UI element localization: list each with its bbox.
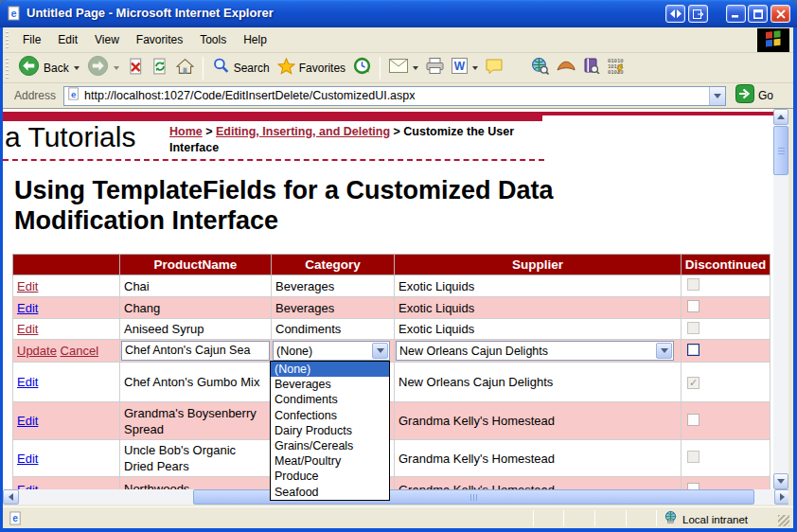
home-icon [176,58,194,79]
forward-history-caret-icon [114,66,119,70]
local-intranet-icon [664,510,678,528]
dropdown-option[interactable]: Dairy Products [271,423,389,438]
print-button[interactable] [422,56,448,80]
reference-book-button[interactable] [579,56,604,80]
breadcrumb-section-link[interactable]: Editing, Inserting, and Deleting [216,125,390,138]
encoding-button[interactable]: 010101010101010 [604,56,629,80]
header-rule-thick [3,112,542,121]
product-cell: Chang [120,297,272,319]
resize-grip[interactable] [778,515,789,526]
update-link[interactable]: Update [17,344,57,358]
print-icon [426,58,444,78]
category-select-value: (None) [274,345,371,358]
category-dropdown-list: (None) Beverages Condiments Confections … [270,361,390,501]
dropdown-option[interactable]: Produce [271,469,389,484]
supplier-select[interactable]: New Orleans Cajun Delights [396,341,674,361]
dropdown-option-selected[interactable]: (None) [271,362,389,377]
menu-favorites[interactable]: Favorites [128,27,191,53]
edit-link[interactable]: Edit [17,375,38,389]
history-icon [353,57,371,79]
edit-link[interactable]: Edit [17,279,38,293]
dropdown-option[interactable]: Beverages [271,377,389,392]
svg-text:e: e [71,89,77,99]
menu-help[interactable]: Help [235,27,275,53]
search-button[interactable]: Search [208,55,274,80]
grid-edit-row: Update Cancel Chef Anton's Cajun Sea (No… [13,340,770,363]
column-header-actions [13,255,120,275]
discontinued-checkbox-checked: ✓ [687,377,700,389]
go-label: Go [758,89,773,102]
vertical-scroll-thumb[interactable] [773,126,788,175]
back-button[interactable]: Back [14,53,83,82]
status-divider [656,510,657,526]
menu-view[interactable]: View [86,27,128,53]
discontinued-checkbox [687,278,700,291]
scrollbar-corner [788,109,793,505]
address-dropdown-button[interactable] [709,87,725,105]
breadcrumb: Home > Editing, Inserting, and Deleting … [169,124,546,156]
status-divider [626,510,627,526]
grid-header-row: ProductName Category Supplier Discontinu… [13,255,770,275]
mail-button[interactable] [385,57,422,79]
edit-link[interactable]: Edit [17,301,38,315]
chevron-down-icon [661,348,668,353]
research-globe-icon [531,57,549,79]
home-button[interactable] [172,56,198,80]
minimize-button[interactable] [726,5,746,23]
forward-button[interactable] [83,53,123,82]
dropdown-option[interactable]: Grains/Cereals [271,438,389,453]
dropdown-option[interactable]: Condiments [271,392,389,407]
dropdown-option[interactable]: Meat/Poultry [271,453,389,469]
page-icon: e [67,86,80,105]
edit-with-word-button[interactable]: W [448,56,482,80]
discuss-button[interactable] [482,57,506,80]
supplier-cell: Exotic Liquids [395,297,682,319]
breadcrumb-separator: > [205,125,212,138]
menu-tools[interactable]: Tools [191,27,235,53]
maximize-button[interactable] [748,5,768,23]
scroll-left-button[interactable] [3,489,19,505]
research-button[interactable] [527,55,553,80]
discontinued-checkbox[interactable] [687,344,700,356]
menu-edit[interactable]: Edit [49,27,86,53]
dropdown-option[interactable]: Seafood [271,485,389,500]
address-input[interactable]: e http://localhost:1027/Code/EditInsertD… [63,86,726,106]
back-label: Back [44,62,69,75]
product-name-textbox[interactable]: Chef Anton's Cajun Sea [121,341,270,361]
product-cell: Grandma's Boysenberry Spread [120,402,272,440]
menu-file[interactable]: File [14,27,49,53]
refresh-button[interactable] [148,56,172,80]
product-cell: Uncle Bob's Organic Dried Pears [120,440,272,477]
menu-grip[interactable] [6,31,9,48]
status-page-icon: e [9,511,23,525]
stop-button[interactable] [123,56,148,80]
scroll-up-button[interactable] [773,109,788,125]
edit-link[interactable]: Edit [17,414,38,428]
pop-out-button[interactable] [688,5,708,23]
arrows-horizontal-button[interactable] [665,5,685,23]
go-button[interactable]: Go [735,84,773,107]
web-tool-icon [557,59,576,77]
search-label: Search [234,62,270,75]
favorites-star-icon [277,58,295,79]
title-bar[interactable]: e Untitled Page - Microsoft Internet Exp… [0,0,797,27]
cancel-link[interactable]: Cancel [61,344,98,358]
supplier-cell: Grandma Kelly's Homestead [395,440,682,477]
toolbar-grip[interactable] [6,58,9,79]
category-select[interactable]: (None) [273,341,390,361]
edit-link[interactable]: Edit [17,452,38,466]
edit-link[interactable]: Edit [17,483,38,489]
dropdown-option[interactable]: Confections [271,408,389,423]
select-arrow-button[interactable] [656,343,672,359]
select-arrow-button[interactable] [372,343,388,359]
scroll-down-button[interactable] [773,473,788,489]
refresh-icon [151,58,168,79]
site-title-partial: a Tutorials [5,121,135,153]
web-tool-button[interactable] [553,57,579,79]
edit-link[interactable]: Edit [17,322,38,336]
back-icon [18,55,40,80]
history-button[interactable] [349,55,375,80]
close-icon[interactable] [770,5,790,23]
favorites-button[interactable]: Favorites [274,56,349,80]
breadcrumb-home-link[interactable]: Home [169,125,203,138]
